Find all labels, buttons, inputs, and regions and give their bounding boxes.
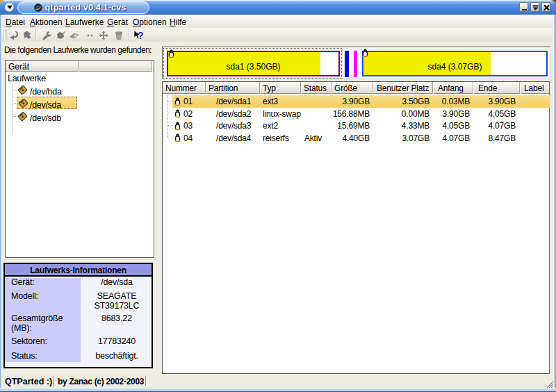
svg-text:?: ?	[138, 30, 144, 41]
